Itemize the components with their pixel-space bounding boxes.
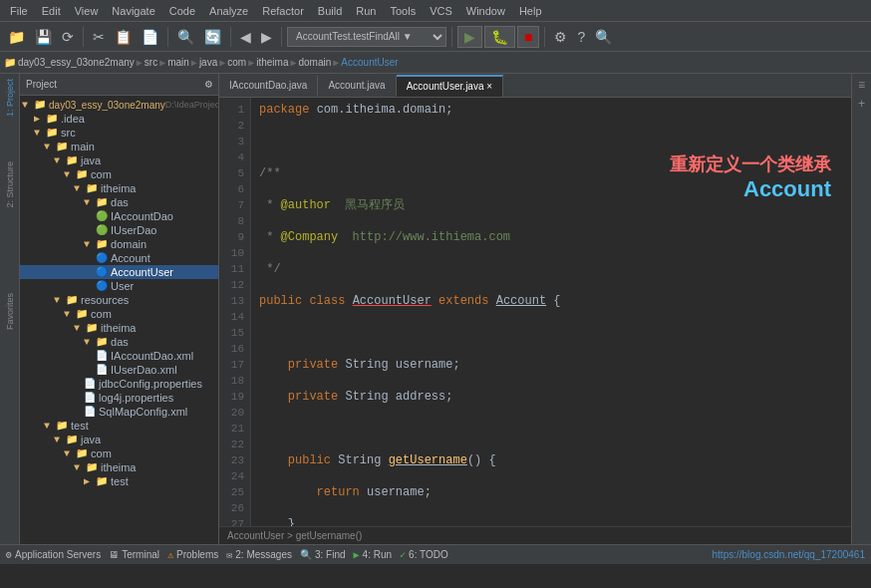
- crumb-src[interactable]: src: [145, 57, 157, 68]
- status-url[interactable]: https://blog.csdn.net/qq_17200461: [713, 549, 865, 560]
- debug-button[interactable]: 🐛: [484, 26, 515, 48]
- crumb-com[interactable]: com: [227, 57, 246, 68]
- tree-test-itheima[interactable]: ▼ 📁 itheima: [20, 460, 218, 474]
- tree-test-sub[interactable]: ▶ 📁 test: [20, 474, 218, 488]
- status-terminal[interactable]: 🖥 Terminal: [109, 549, 159, 561]
- tree-jdbcconfig[interactable]: 📄 jdbcConfig.properties: [20, 377, 218, 391]
- menu-analyze[interactable]: Analyze: [203, 3, 254, 19]
- favorites-icon[interactable]: Favorites: [5, 293, 15, 330]
- status-run[interactable]: ▶ 4: Run: [354, 549, 393, 561]
- editor-area: IAccountDao.java Account.java AccountUse…: [219, 74, 851, 544]
- toolbar-new-btn[interactable]: 📁: [4, 27, 29, 47]
- toolbar-sep2: [167, 27, 168, 47]
- problems-icon: ⚠: [167, 549, 173, 561]
- menu-edit[interactable]: Edit: [36, 3, 67, 19]
- tree-accountuser[interactable]: 🔵 AccountUser: [20, 265, 218, 279]
- project-icon[interactable]: 1: Project: [5, 79, 15, 117]
- tab-iaccountdao[interactable]: IAccountDao.java: [219, 76, 318, 96]
- tree-iaccountdao[interactable]: 🟢 IAccountDao: [20, 209, 218, 223]
- status-problems[interactable]: ⚠ Problems: [167, 549, 218, 561]
- menu-refactor[interactable]: Refactor: [256, 3, 310, 19]
- status-todo[interactable]: ✓ 6: TODO: [400, 549, 448, 561]
- toolbar-back-btn[interactable]: ◀: [236, 27, 255, 47]
- jdbcconfig-label: jdbcConfig.properties: [99, 378, 202, 390]
- tree-com[interactable]: ▼ 📁 com: [20, 167, 218, 181]
- tree-log4j[interactable]: 📄 log4j.properties: [20, 391, 218, 405]
- menu-window[interactable]: Window: [460, 3, 511, 19]
- tree-iaccountdao-xml[interactable]: 📄 IAccountDao.xml: [20, 349, 218, 363]
- crumb-itheima[interactable]: itheima: [256, 57, 288, 68]
- tree-iuserdao-xml[interactable]: 📄 IUserDao.xml: [20, 363, 218, 377]
- tree-sqlmapconfig[interactable]: 📄 SqlMapConfig.xml: [20, 405, 218, 419]
- menu-help[interactable]: Help: [513, 3, 548, 19]
- crumb-project[interactable]: 📁: [4, 57, 16, 69]
- tab-accountuser[interactable]: AccountUser.java ×: [397, 75, 503, 97]
- project-panel-controls[interactable]: ⚙: [205, 77, 212, 92]
- toolbar: 📁 💾 ⟳ ✂ 📋 📄 🔍 🔄 ◀ ▶ AccountTest.testFind…: [0, 22, 871, 52]
- menu-view[interactable]: View: [69, 3, 105, 19]
- crumb-sep4: ▶: [219, 57, 225, 69]
- menu-build[interactable]: Build: [312, 3, 348, 19]
- status-find[interactable]: 🔍 3: Find: [300, 549, 346, 561]
- run-icon: ▶: [354, 549, 360, 561]
- status-app-servers[interactable]: ⚙ Application Servers: [6, 549, 101, 561]
- menu-code[interactable]: Code: [163, 3, 201, 19]
- toolbar-replace-btn[interactable]: 🔄: [200, 27, 225, 47]
- toolbar-forward-btn[interactable]: ▶: [257, 27, 276, 47]
- find-label: 3: Find: [315, 549, 346, 560]
- tree-resources[interactable]: ▼ 📁 resources: [20, 293, 218, 307]
- menu-file[interactable]: File: [4, 3, 34, 19]
- stop-button[interactable]: ■: [517, 26, 539, 48]
- tree-resources-com[interactable]: ▼ 📁 com: [20, 307, 218, 321]
- tree-idea[interactable]: ▶ 📁 .idea: [20, 112, 218, 126]
- tree-test-java[interactable]: ▼ 📁 java: [20, 433, 218, 446]
- crumb-main[interactable]: main: [167, 57, 189, 68]
- toolbar-find-btn[interactable]: 🔍: [173, 27, 198, 47]
- tree-resources-itheima[interactable]: ▼ 📁 itheima: [20, 321, 218, 335]
- tree-test-com[interactable]: ▼ 📁 com: [20, 446, 218, 460]
- tree-resources-das[interactable]: ▼ 📁 das: [20, 335, 218, 349]
- toolbar-settings-btn[interactable]: ⚙: [550, 27, 571, 47]
- run-button[interactable]: ▶: [457, 26, 482, 48]
- tree-main[interactable]: ▼ 📁 main: [20, 140, 218, 153]
- status-messages[interactable]: ✉ 2: Messages: [226, 549, 292, 561]
- toolbar-copy-btn[interactable]: 📋: [111, 27, 136, 47]
- run-config-combo[interactable]: AccountTest.testFindAll ▼: [287, 27, 446, 47]
- tree-account[interactable]: 🔵 Account: [20, 251, 218, 265]
- crumb-project-label[interactable]: day03_essy_03one2many: [18, 57, 135, 68]
- tree-das[interactable]: ▼ 📁 das: [20, 195, 218, 209]
- tree-src[interactable]: ▼ 📁 src: [20, 126, 218, 140]
- toolbar-search-btn[interactable]: 🔍: [591, 27, 616, 47]
- crumb-java[interactable]: java: [199, 57, 217, 68]
- tree-user[interactable]: 🔵 User: [20, 279, 218, 293]
- ln-15: 15: [225, 325, 244, 341]
- toolbar-save-btn[interactable]: 💾: [31, 27, 56, 47]
- toolbar-paste-btn[interactable]: 📄: [138, 27, 162, 47]
- ln-14: 14: [225, 309, 244, 325]
- menu-tools[interactable]: Tools: [384, 3, 422, 19]
- tab-account[interactable]: Account.java: [318, 76, 396, 96]
- tree-java[interactable]: ▼ 📁 java: [20, 153, 218, 167]
- toolbar-help-btn[interactable]: ?: [573, 27, 589, 47]
- tree-test[interactable]: ▼ 📁 test: [20, 419, 218, 433]
- tree-domain[interactable]: ▼ 📁 domain: [20, 237, 218, 251]
- toolbar-cut-btn[interactable]: ✂: [89, 27, 109, 47]
- java-folder-icon: ▼ 📁: [54, 154, 78, 166]
- tree-itheima[interactable]: ▼ 📁 itheima: [20, 181, 218, 195]
- tree-root[interactable]: ▼ 📁 day03_essy_03one2many D:\IdeaProject…: [20, 98, 218, 112]
- code-content[interactable]: package com.itheima.domain; /** * @autho…: [251, 98, 851, 526]
- ln-9: 9: [225, 229, 244, 245]
- menu-vcs[interactable]: VCS: [424, 3, 458, 19]
- code-ln-4: * @author 黑马程序员: [259, 197, 843, 213]
- crumb-accountuser[interactable]: AccountUser: [341, 57, 398, 68]
- toolbar-sync-btn[interactable]: ⟳: [58, 27, 78, 47]
- ln-2: 2: [225, 118, 244, 134]
- code-editor[interactable]: 1 2 3 4 5 6 7 8 9 10 11 12 13 14 15 16 1…: [219, 98, 851, 526]
- structure-icon[interactable]: 2: Structure: [5, 161, 15, 208]
- right-icon-1[interactable]: ≡: [858, 79, 865, 93]
- right-icon-2[interactable]: +: [858, 98, 865, 112]
- crumb-domain[interactable]: domain: [299, 57, 332, 68]
- menu-navigate[interactable]: Navigate: [106, 3, 160, 19]
- menu-run[interactable]: Run: [350, 3, 382, 19]
- tree-iuserdao[interactable]: 🟢 IUserDao: [20, 223, 218, 237]
